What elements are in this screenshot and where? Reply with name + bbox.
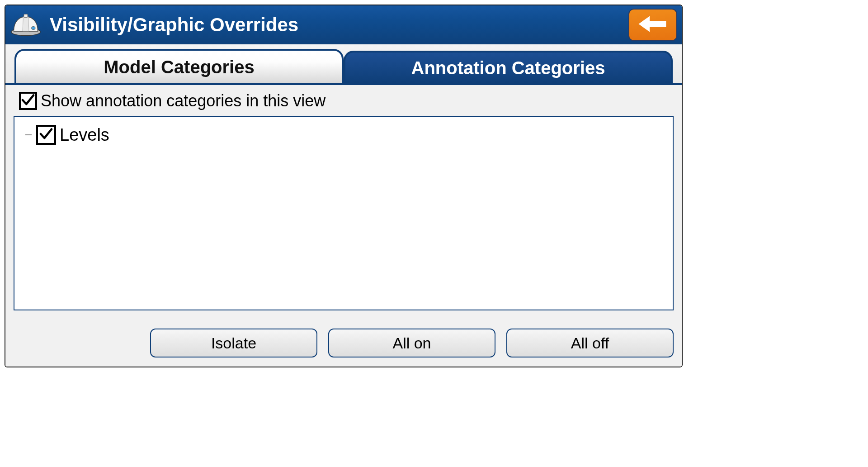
checkmark-icon xyxy=(21,93,35,109)
footer-buttons: Isolate All on All off xyxy=(5,319,682,367)
tab-label: Model Categories xyxy=(104,57,254,77)
isolate-button[interactable]: Isolate xyxy=(150,329,317,357)
show-categories-label: Show annotation categories in this view xyxy=(41,91,326,110)
workspace: Model Categories Annotation Categories S… xyxy=(5,44,682,367)
svg-rect-1 xyxy=(24,14,28,17)
button-label: Isolate xyxy=(211,334,256,352)
checkmark-icon xyxy=(39,127,53,143)
tab-model-categories[interactable]: Model Categories xyxy=(14,49,344,83)
all-off-button[interactable]: All off xyxy=(506,329,674,357)
tab-label: Annotation Categories xyxy=(411,58,605,78)
button-label: All off xyxy=(571,334,609,352)
show-toggle-row: Show annotation categories in this view xyxy=(14,91,674,110)
svg-point-2 xyxy=(32,27,35,30)
app-window: Visibility/Graphic Overrides Model Categ… xyxy=(5,5,683,367)
category-checkbox-levels[interactable] xyxy=(36,125,56,145)
page-title: Visibility/Graphic Overrides xyxy=(50,14,620,36)
panel-body: Show annotation categories in this view … xyxy=(5,85,682,319)
arrow-left-icon xyxy=(637,13,669,37)
show-categories-checkbox[interactable] xyxy=(19,92,37,110)
categories-list: Levels xyxy=(14,116,674,310)
category-label: Levels xyxy=(60,125,109,145)
all-on-button[interactable]: All on xyxy=(328,329,495,357)
tree-connector-icon xyxy=(25,134,32,135)
footer-spacer xyxy=(14,329,139,357)
hardhat-icon xyxy=(10,11,42,39)
button-label: All on xyxy=(392,334,431,352)
back-button[interactable] xyxy=(628,9,677,41)
list-item[interactable]: Levels xyxy=(25,125,662,145)
header-bar: Visibility/Graphic Overrides xyxy=(5,5,682,44)
tab-row: Model Categories Annotation Categories xyxy=(5,44,682,85)
tab-annotation-categories[interactable]: Annotation Categories xyxy=(344,51,673,85)
